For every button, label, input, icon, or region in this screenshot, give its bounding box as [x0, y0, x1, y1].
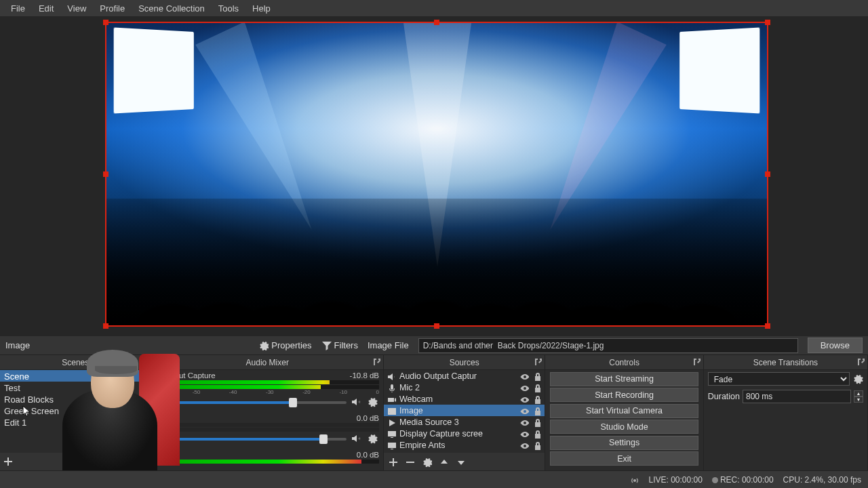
resize-handle[interactable]: [434, 20, 439, 25]
channel-settings-button[interactable]: [367, 396, 379, 409]
lock-toggle[interactable]: [532, 418, 542, 427]
lock-toggle[interactable]: [532, 394, 542, 404]
remove-source-button[interactable]: [405, 457, 415, 467]
resize-handle[interactable]: [103, 20, 108, 25]
scenes-title: Scenes: [62, 358, 89, 367]
status-bar: LIVE: 00:00:00 REC: 00:00:00 CPU: 2.4%, …: [0, 470, 868, 488]
source-label: Audio Output Captur: [399, 371, 516, 381]
properties-button[interactable]: Properties: [258, 340, 311, 350]
lock-toggle[interactable]: [532, 406, 542, 415]
channel-settings-button[interactable]: [367, 433, 379, 445]
vu-meter: [155, 428, 379, 432]
audio-mixer-panel: Audio Mixer o Output Capture -10.8 dB -6…: [151, 355, 384, 470]
popout-button[interactable]: [534, 357, 542, 367]
move-down-button[interactable]: [456, 457, 466, 467]
source-item[interactable]: Webcam: [384, 393, 545, 405]
visibility-toggle[interactable]: [519, 383, 529, 392]
lock-toggle[interactable]: [532, 383, 542, 392]
scene-item[interactable]: Road Blocks: [0, 393, 151, 405]
menu-view[interactable]: View: [60, 1, 93, 16]
filter-icon: [321, 340, 332, 350]
transitions-title: Scene Transitions: [753, 358, 818, 367]
mute-button[interactable]: [351, 396, 363, 409]
source-label: Empire Ants: [399, 441, 516, 450]
channel-db: -10.8 dB: [350, 371, 379, 380]
resize-handle[interactable]: [765, 171, 770, 177]
menu-edit[interactable]: Edit: [32, 1, 60, 16]
scene-item[interactable]: Scene: [0, 370, 151, 382]
scene-item[interactable]: Test: [0, 382, 151, 393]
resize-handle[interactable]: [765, 20, 770, 25]
lock-toggle[interactable]: [532, 371, 542, 381]
channel-name: o Output Capture: [155, 371, 215, 380]
popout-button[interactable]: [856, 357, 865, 367]
transition-settings-button[interactable]: [852, 373, 863, 384]
rec-status: REC: 00:00:00: [720, 475, 774, 485]
mixer-title: Audio Mixer: [246, 358, 289, 367]
filters-button[interactable]: Filters: [321, 340, 358, 350]
visibility-toggle[interactable]: [519, 371, 529, 381]
scene-preview-image: [106, 23, 767, 325]
studio-mode-button[interactable]: Studio Mode: [550, 420, 698, 434]
browse-button[interactable]: Browse: [808, 338, 863, 353]
preview-area[interactable]: [0, 16, 868, 336]
popout-button[interactable]: [692, 357, 701, 367]
menu-help[interactable]: Help: [245, 1, 277, 16]
preview-canvas[interactable]: [105, 22, 768, 327]
visibility-toggle[interactable]: [519, 406, 529, 415]
source-type-icon: [387, 406, 396, 415]
resize-handle[interactable]: [434, 323, 439, 329]
source-item[interactable]: Display Capture scree: [384, 428, 545, 439]
filters-label: Filters: [334, 340, 358, 350]
visibility-toggle[interactable]: [519, 394, 529, 404]
menu-tools[interactable]: Tools: [212, 1, 245, 16]
visibility-toggle[interactable]: [519, 418, 529, 427]
add-scene-button[interactable]: [3, 456, 14, 467]
popout-icon: [856, 357, 865, 365]
popout-icon: [534, 357, 542, 365]
scenes-footer: [0, 453, 151, 470]
start-recording-button[interactable]: Start Recording: [550, 388, 698, 402]
image-path-input[interactable]: [418, 338, 798, 353]
exit-button[interactable]: Exit: [550, 451, 698, 466]
scene-item[interactable]: Green Screen: [0, 405, 151, 416]
volume-slider[interactable]: [155, 401, 347, 404]
sources-title: Sources: [450, 358, 479, 367]
source-item[interactable]: Image: [384, 405, 545, 416]
add-source-button[interactable]: [388, 457, 398, 467]
scene-list: Scene Test Road Blocks Green Screen Edit…: [0, 370, 151, 428]
menu-profile[interactable]: Profile: [93, 1, 132, 16]
popout-button[interactable]: [372, 357, 380, 367]
lock-toggle[interactable]: [532, 429, 542, 439]
source-item[interactable]: Audio Output Captur: [384, 370, 545, 382]
vu-meter: [155, 380, 379, 384]
cpu-status: CPU: 2.4%, 30.00 fps: [783, 475, 861, 485]
source-settings-button[interactable]: [422, 457, 432, 467]
source-item[interactable]: Mic 2: [384, 382, 545, 393]
broadcast-icon: [629, 475, 639, 485]
settings-button[interactable]: Settings: [550, 436, 698, 450]
visibility-toggle[interactable]: [519, 429, 529, 439]
start-streaming-button[interactable]: Start Streaming: [550, 372, 698, 386]
start-virtual-camera-button[interactable]: Start Virtual Camera: [550, 404, 698, 418]
scene-item[interactable]: Edit 1: [0, 416, 151, 428]
visibility-toggle[interactable]: [519, 441, 529, 450]
source-item[interactable]: Empire Ants: [384, 439, 545, 451]
duration-input[interactable]: [743, 390, 851, 403]
controls-title: Controls: [609, 358, 639, 367]
resize-handle[interactable]: [103, 171, 108, 177]
broadcast-indicator: [629, 474, 639, 485]
transition-select[interactable]: Fade: [708, 372, 850, 386]
menu-scene-collection[interactable]: Scene Collection: [132, 1, 212, 16]
lock-toggle[interactable]: [532, 441, 542, 450]
duration-spinner[interactable]: ▲▼: [854, 390, 863, 403]
resize-handle[interactable]: [765, 323, 770, 329]
menu-file[interactable]: File: [4, 1, 32, 16]
channel-db: 0.0 dB: [357, 414, 379, 422]
resize-handle[interactable]: [103, 323, 108, 329]
source-item[interactable]: Media Source 3: [384, 416, 545, 428]
move-up-button[interactable]: [439, 457, 449, 467]
mute-button[interactable]: [351, 433, 363, 445]
volume-slider[interactable]: [155, 438, 347, 441]
popout-icon: [372, 357, 380, 365]
